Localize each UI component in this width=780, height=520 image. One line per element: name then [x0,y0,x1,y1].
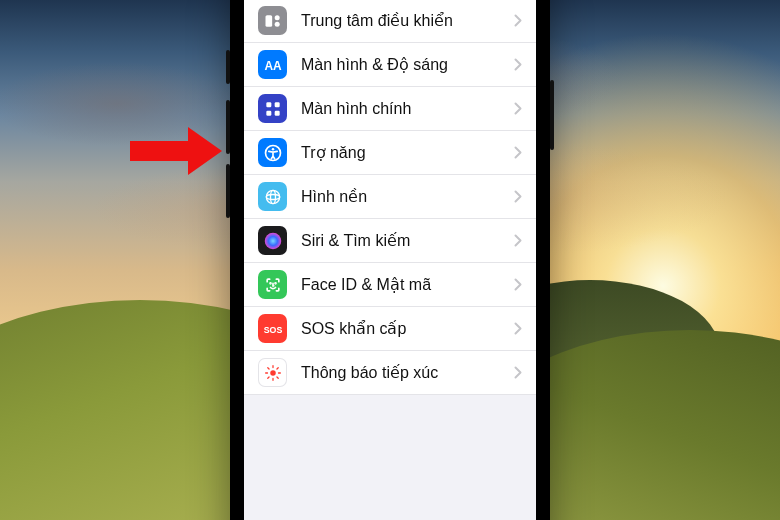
settings-row-label: Siri & Tìm kiếm [301,231,514,250]
svg-text:SOS: SOS [263,325,282,335]
svg-point-12 [266,194,279,199]
settings-row-label: Face ID & Mật mã [301,275,514,294]
settings-list: Cài đặt chungTrung tâm điều khiểnAAMàn h… [244,0,536,395]
settings-row-label: Hình nền [301,187,514,206]
svg-point-13 [270,190,275,203]
home-screen-icon [258,94,287,123]
red-arrow-annotation [130,127,222,175]
chevron-right-icon [514,278,522,291]
settings-row-exposure-notifications[interactable]: Thông báo tiếp xúc [244,351,536,395]
settings-row-control-center[interactable]: Trung tâm điều khiển [244,0,536,43]
svg-point-15 [270,282,271,283]
settings-row-wallpaper[interactable]: Hình nền [244,175,536,219]
settings-row-label: Màn hình & Độ sáng [301,55,514,74]
settings-row-emergency-sos[interactable]: SOSSOS khẩn cấp [244,307,536,351]
chevron-right-icon [514,58,522,71]
settings-row-display-brightness[interactable]: AAMàn hình & Độ sáng [244,43,536,87]
wallpaper-icon [258,182,287,211]
svg-point-16 [275,282,276,283]
settings-row-label: Trợ năng [301,143,514,162]
chevron-right-icon [514,322,522,335]
emergency-sos-icon: SOS [258,314,287,343]
svg-point-10 [271,148,274,151]
chevron-right-icon [514,14,522,27]
phone-screen: Cài đặt chungTrung tâm điều khiểnAAMàn h… [244,0,536,520]
settings-row-siri-search[interactable]: Siri & Tìm kiếm [244,219,536,263]
settings-row-label: SOS khẩn cấp [301,319,514,338]
svg-point-2 [274,15,279,20]
siri-search-icon [258,226,287,255]
svg-text:AA: AA [264,58,282,72]
svg-point-3 [274,21,279,26]
face-id-passcode-icon [258,270,287,299]
svg-rect-8 [274,110,279,115]
exposure-notifications-icon [258,358,287,387]
chevron-right-icon [514,190,522,203]
svg-rect-1 [265,15,272,27]
settings-row-label: Màn hình chính [301,100,514,118]
display-brightness-icon: AA [258,50,287,79]
svg-rect-5 [266,102,271,107]
phone-frame: Cài đặt chungTrung tâm điều khiểnAAMàn h… [230,0,550,520]
svg-rect-6 [274,102,279,107]
chevron-right-icon [514,102,522,115]
chevron-right-icon [514,146,522,159]
settings-row-label: Trung tâm điều khiển [301,11,514,30]
svg-point-11 [266,190,279,203]
settings-row-label: Thông báo tiếp xúc [301,363,514,382]
svg-point-18 [270,370,276,376]
chevron-right-icon [514,234,522,247]
settings-row-face-id-passcode[interactable]: Face ID & Mật mã [244,263,536,307]
svg-rect-7 [266,110,271,115]
accessibility-icon [258,138,287,167]
settings-row-home-screen[interactable]: Màn hình chính [244,87,536,131]
control-center-icon [258,6,287,35]
chevron-right-icon [514,366,522,379]
tutorial-image: Cài đặt chungTrung tâm điều khiểnAAMàn h… [0,0,780,520]
settings-row-accessibility[interactable]: Trợ năng [244,131,536,175]
svg-point-14 [264,232,281,249]
